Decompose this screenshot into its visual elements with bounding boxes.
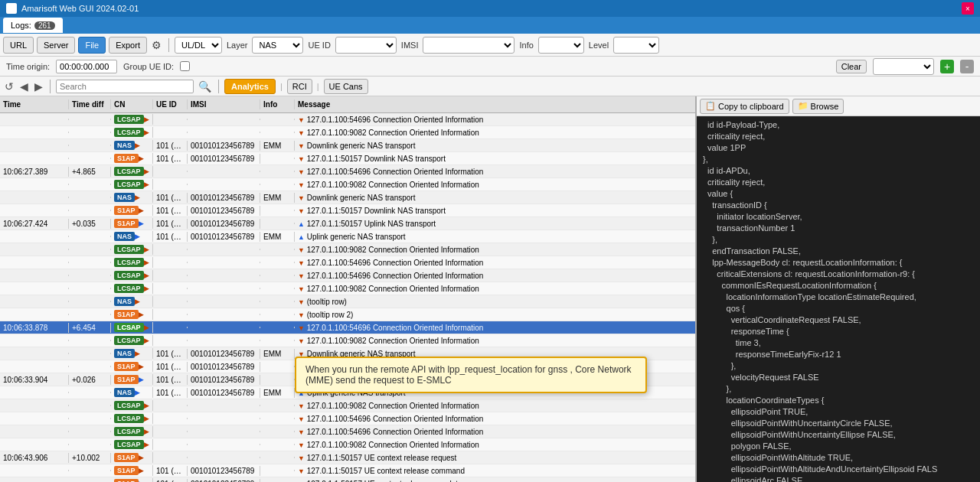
settings-icon[interactable]: ⚙ bbox=[150, 37, 163, 53]
group-ueid-label: Group UE ID: bbox=[123, 62, 174, 71]
table-row[interactable]: S1AP▶ 101 (100) 001010123456789 ▼ 127.0.… bbox=[0, 464, 695, 477]
table-row[interactable]: NAS▶ 101 (100) 001010123456789 EMM ▼ Dow… bbox=[0, 139, 695, 152]
back-btn[interactable]: ◀ bbox=[18, 79, 30, 94]
cell-timediff bbox=[69, 145, 111, 146]
table-row[interactable]: LCSAP▶ ▼ 127.0.1.100:9082 Connection Ori… bbox=[0, 438, 695, 451]
cell-ueid bbox=[153, 314, 188, 315]
arrow-icon: ▼ bbox=[298, 428, 305, 436]
url-btn[interactable]: URL bbox=[3, 37, 34, 54]
code-line: qos { bbox=[703, 303, 974, 314]
copy-clipboard-btn[interactable]: 📋 Copy to clipboard bbox=[700, 99, 789, 114]
table-row[interactable]: LCSAP▶ ▼ 127.0.1.100:9082 Connection Ori… bbox=[0, 243, 695, 256]
table-row[interactable]: S1AP▶ 101 (100) 001010123456789 ▼ 127.0.… bbox=[0, 204, 695, 217]
code-line: velocityRequest FALSE bbox=[703, 372, 974, 383]
forward-btn[interactable]: ▶ bbox=[33, 79, 44, 94]
cn-tag: LCSAP bbox=[114, 414, 144, 423]
cn-tag: NAS bbox=[114, 232, 135, 241]
cell-info bbox=[260, 379, 295, 380]
export-btn[interactable]: Export bbox=[109, 37, 147, 54]
table-row[interactable]: LCSAP▶ ▼ 127.0.1.100:54696 Connection Or… bbox=[0, 256, 695, 269]
time-origin-input[interactable] bbox=[56, 60, 117, 73]
logs-tab[interactable]: Logs: 261 bbox=[3, 18, 63, 33]
table-row[interactable]: LCSAP▶ ▼ 127.0.1.100:9082 Connection Ori… bbox=[0, 282, 695, 295]
cell-ueid bbox=[153, 262, 188, 263]
cell-message: ▼ 127.0.1.100:54696 Connection Oriented … bbox=[295, 258, 695, 268]
cell-info bbox=[260, 262, 295, 263]
rci-btn[interactable]: RCI bbox=[287, 79, 312, 94]
cell-time bbox=[0, 119, 69, 120]
cell-timediff bbox=[69, 418, 111, 419]
clear-btn[interactable]: Clear bbox=[836, 60, 867, 73]
cell-timediff bbox=[69, 119, 111, 120]
cn-tag: LCSAP bbox=[114, 284, 144, 293]
table-row[interactable]: 10:06:27.389 +4.865 LCSAP▶ ▼ 127.0.1.100… bbox=[0, 165, 695, 178]
arrow-icon: ▼ bbox=[298, 298, 305, 306]
code-line: ellipsoidPointWithUncertaintyCircle FALS… bbox=[703, 418, 974, 429]
arrow-icon: ▼ bbox=[298, 285, 305, 293]
table-row[interactable]: LCSAP▶ ▼ 127.0.1.100:54696 Connection Or… bbox=[0, 269, 695, 282]
table-row[interactable]: LCSAP▶ ▼ 127.0.1.100:54696 Connection Or… bbox=[0, 113, 695, 126]
cell-imsi: 001010123456789 bbox=[188, 362, 260, 372]
cell-cn: LCSAP▶ bbox=[111, 322, 153, 333]
browse-btn[interactable]: 📁 Browse bbox=[792, 99, 844, 114]
server-btn[interactable]: Server bbox=[37, 37, 75, 54]
add-filter-btn[interactable]: + bbox=[940, 60, 954, 73]
table-row[interactable]: LCSAP▶ ▼ 127.0.1.100:9082 Connection Ori… bbox=[0, 126, 695, 139]
cell-cn: S1AP▶ bbox=[111, 205, 153, 216]
table-row[interactable]: 10:06:27.424 +0.035 S1AP▶ 101 (100) 0010… bbox=[0, 217, 695, 230]
table-row[interactable]: LCSAP▶ ▼ 127.0.1.100:9082 Connection Ori… bbox=[0, 334, 695, 347]
arrow-icon: ▼ bbox=[298, 402, 305, 410]
cell-cn: LCSAP▶ bbox=[111, 244, 153, 255]
table-row[interactable]: S1AP▶ 101 (100) 001010123456789 ▲ 127.0.… bbox=[0, 477, 695, 482]
table-row[interactable]: LCSAP▶ ▼ 127.0.1.100:9082 Connection Ori… bbox=[0, 399, 695, 412]
table-row[interactable]: LCSAP▶ ▼ 127.0.1.100:9082 Connection Ori… bbox=[0, 178, 695, 191]
ueid-select[interactable] bbox=[335, 37, 397, 54]
cell-ueid bbox=[153, 132, 188, 133]
cell-info bbox=[260, 132, 295, 133]
cn-tag: LCSAP bbox=[114, 401, 144, 410]
level-select[interactable] bbox=[613, 37, 659, 54]
protocol-select[interactable]: UL/DL UL DL bbox=[175, 37, 222, 54]
cell-message: ▲ 127.0.1.1:50157 Uplink NAS transport bbox=[295, 219, 695, 229]
table-row[interactable]: NAS▶ 101 (100) 001010123456789 EMM ▲ Upl… bbox=[0, 230, 695, 243]
cell-ueid: 101 (100) bbox=[153, 349, 188, 359]
table-row[interactable]: S1AP▶ 101 (100) 001010123456789 ▼ 127.0.… bbox=[0, 152, 695, 165]
table-row[interactable]: LCSAP▶ ▼ 127.0.1.100:54696 Connection Or… bbox=[0, 425, 695, 438]
refresh-btn[interactable]: ↺ bbox=[3, 79, 15, 94]
analytics-btn[interactable]: Analytics bbox=[224, 79, 276, 94]
tab-count: 261 bbox=[34, 21, 55, 30]
layer-select[interactable]: NAS S1AP LCSAP bbox=[252, 37, 303, 54]
close-btn[interactable]: × bbox=[962, 2, 974, 15]
cell-cn: S1AP▶ bbox=[111, 478, 153, 482]
code-line: polygon FALSE, bbox=[703, 441, 974, 452]
cell-imsi: 001010123456789 bbox=[188, 232, 260, 242]
cell-timediff bbox=[69, 288, 111, 289]
cell-info bbox=[260, 184, 295, 185]
group-ueid-checkbox[interactable] bbox=[180, 61, 190, 71]
clear-select[interactable] bbox=[873, 58, 934, 75]
uecans-btn[interactable]: UE Cans bbox=[324, 79, 368, 94]
table-row[interactable]: NAS▶ 101 (100) 001010123456789 EMM ▼ Dow… bbox=[0, 191, 695, 204]
table-row[interactable]: 10:06:33.878 +6.454 LCSAP▶ ▼ 127.0.1.100… bbox=[0, 321, 695, 334]
cell-time bbox=[0, 353, 69, 354]
code-line: responseTime { bbox=[703, 326, 974, 337]
info-select[interactable] bbox=[538, 37, 584, 54]
imsi-select[interactable] bbox=[423, 37, 514, 54]
file-btn[interactable]: File bbox=[78, 37, 106, 54]
remove-filter-btn[interactable]: - bbox=[960, 60, 974, 73]
table-row[interactable]: S1AP▶ ▼ (tooltip row 2) bbox=[0, 308, 695, 321]
arrow-icon: ▼ bbox=[298, 129, 305, 137]
code-line: locationCoordinateTypes { bbox=[703, 395, 974, 406]
search-input[interactable] bbox=[56, 80, 194, 93]
table-row[interactable]: 10:06:43.906 +10.002 S1AP▶ ▼ 127.0.1.1:5… bbox=[0, 451, 695, 464]
cell-time bbox=[0, 197, 69, 198]
table-row[interactable]: LCSAP▶ ▼ 127.0.1.100:54696 Connection Or… bbox=[0, 412, 695, 425]
cell-message: ▼ 127.0.1.100:54696 Connection Oriented … bbox=[295, 323, 695, 333]
search-icon[interactable]: 🔍 bbox=[197, 79, 213, 94]
arrow-icon: ▼ bbox=[298, 311, 305, 319]
table-row[interactable]: NAS▶ ▼ (tooltip row) bbox=[0, 295, 695, 308]
col-header-info: Info bbox=[260, 99, 295, 109]
app-title: Amarisoft Web GUI 2024.02-01 bbox=[21, 4, 139, 13]
cell-message: ▼ 127.0.1.1:50157 UE context release com… bbox=[295, 466, 695, 476]
cell-ueid: 101 (100) bbox=[153, 193, 188, 203]
